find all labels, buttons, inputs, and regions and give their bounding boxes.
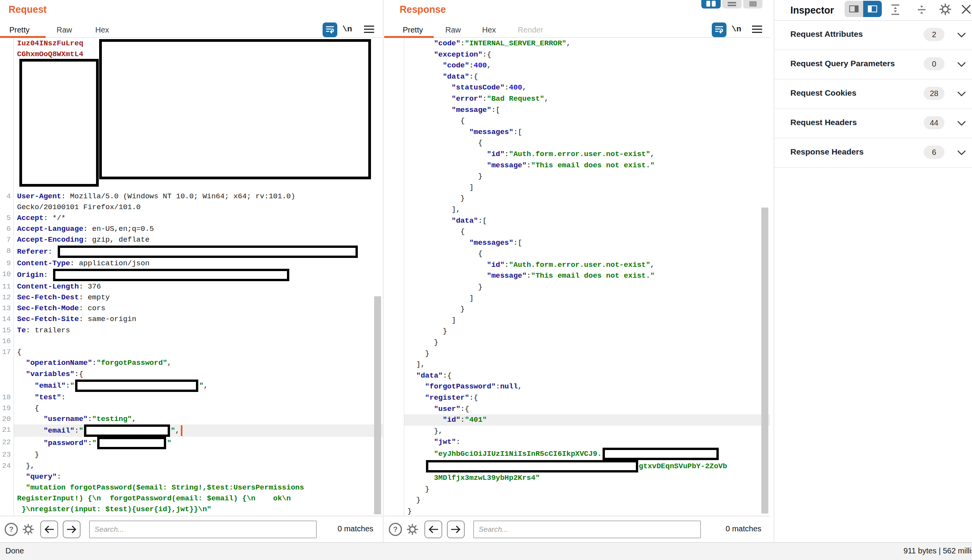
code-line: } xyxy=(384,337,770,348)
editor-menu-button[interactable] xyxy=(364,26,374,33)
line-number: 18 xyxy=(0,392,14,403)
search-settings-button[interactable] xyxy=(22,523,35,536)
line-number xyxy=(0,482,14,493)
code-line: 5Accept: */* xyxy=(0,213,383,223)
word-wrap-toggle-button[interactable] xyxy=(712,22,726,37)
single-pane-icon xyxy=(743,0,762,9)
redaction-box xyxy=(99,39,371,179)
dock-left-button[interactable] xyxy=(845,1,863,17)
help-button[interactable]: ? xyxy=(5,523,18,536)
redaction-box xyxy=(97,437,166,449)
status-bar: Done 911 bytes | 562 millis xyxy=(0,542,972,560)
code-line: } xyxy=(384,484,770,495)
line-number xyxy=(384,414,404,426)
collapse-all-icon xyxy=(916,4,927,15)
line-number xyxy=(0,49,14,60)
previous-match-button[interactable] xyxy=(424,520,442,538)
redaction-box xyxy=(58,246,358,258)
help-button[interactable]: ? xyxy=(389,523,402,536)
chevron-down-icon[interactable] xyxy=(957,150,966,157)
search-input[interactable] xyxy=(89,520,317,538)
newline-toggle-button[interactable]: \n xyxy=(732,25,741,34)
line-number xyxy=(384,506,404,516)
line-number xyxy=(0,169,14,180)
columns-view-button[interactable] xyxy=(701,0,721,9)
collapse-all-button[interactable] xyxy=(916,4,927,17)
single-view-button[interactable] xyxy=(743,0,762,9)
arrow-left-icon xyxy=(428,525,438,534)
line-number: 4 xyxy=(0,191,14,202)
inspector-section-response-headers[interactable]: Response Headers 6 xyxy=(774,138,972,168)
tab-raw[interactable]: Raw xyxy=(57,26,72,34)
chevron-down-icon[interactable] xyxy=(957,62,966,69)
request-editor[interactable]: Iuz04INszFuLreqCGhxmOoQ8WXmtL44User-Agen… xyxy=(0,38,383,516)
code-line: ] xyxy=(384,182,770,193)
line-number xyxy=(384,171,404,182)
code-line: "variables":{ xyxy=(0,369,383,380)
code-line: "message":"This email does not exist." xyxy=(384,270,770,282)
line-number: 21 xyxy=(0,424,14,437)
code-line: "messages":[ xyxy=(384,127,770,138)
line-number xyxy=(384,359,404,370)
rows-view-button[interactable] xyxy=(722,0,742,9)
line-number: 9 xyxy=(0,258,14,269)
next-match-button[interactable] xyxy=(447,520,465,538)
panel-divider[interactable] xyxy=(383,0,383,542)
line-number xyxy=(0,60,14,70)
tab-pretty[interactable]: Pretty xyxy=(9,26,29,34)
search-settings-button[interactable] xyxy=(406,523,419,536)
next-match-button[interactable] xyxy=(63,520,81,538)
editor-menu-button[interactable] xyxy=(752,26,762,33)
code-line: "query": xyxy=(0,471,383,482)
code-line: 10Origin: xyxy=(0,269,383,281)
inspector-section-request-headers[interactable]: Request Headers 44 xyxy=(774,108,972,138)
newline-toggle-button[interactable]: \n xyxy=(342,25,352,34)
tabs-divider xyxy=(384,37,770,38)
response-editor[interactable]: "code":"INTERNAL_SERVER_ERROR", "excepti… xyxy=(384,38,770,516)
response-scrollbar-thumb[interactable] xyxy=(761,208,768,514)
arrow-left-icon xyxy=(44,525,54,534)
line-number xyxy=(384,248,404,259)
line-number xyxy=(0,504,14,515)
inspector-settings-button[interactable] xyxy=(938,2,952,18)
code-line: 15Te: trailers xyxy=(0,325,383,336)
expand-all-button[interactable] xyxy=(890,4,901,17)
tab-hex[interactable]: Hex xyxy=(95,26,109,34)
search-input[interactable] xyxy=(473,520,701,538)
chevron-down-icon[interactable] xyxy=(957,33,966,40)
tab-pretty[interactable]: Pretty xyxy=(403,26,423,34)
code-line: } xyxy=(384,193,770,204)
dock-right-button[interactable] xyxy=(863,1,882,17)
line-number xyxy=(384,160,404,171)
chevron-down-icon[interactable] xyxy=(957,121,966,128)
line-number xyxy=(384,472,404,484)
inspector-dock-toggle xyxy=(845,1,882,17)
code-line: "statusCode":400, xyxy=(384,82,770,93)
expand-all-icon xyxy=(890,4,901,15)
code-line: 21 "email":"", xyxy=(0,424,383,437)
inspector-section-request-attributes[interactable]: Request Attributes 2 xyxy=(774,20,972,50)
chevron-down-icon[interactable] xyxy=(957,91,966,98)
inspector-section-request-cookies[interactable]: Request Cookies 28 xyxy=(774,79,972,109)
line-number xyxy=(0,136,14,147)
code-line: }, xyxy=(384,426,770,437)
line-number xyxy=(384,149,404,160)
line-number: 6 xyxy=(0,223,14,234)
tab-render[interactable]: Render xyxy=(518,26,543,34)
code-line: 14Sec-Fetch-Site: same-origin xyxy=(0,314,383,325)
previous-match-button[interactable] xyxy=(40,520,58,538)
inspector-section-request-query-parameters[interactable]: Request Query Parameters 0 xyxy=(774,50,972,79)
inspector-close-button[interactable] xyxy=(961,4,972,16)
word-wrap-toggle-button[interactable] xyxy=(323,22,337,37)
line-number xyxy=(384,426,404,437)
line-number xyxy=(384,326,404,337)
tab-raw[interactable]: Raw xyxy=(445,26,461,34)
tab-hex[interactable]: Hex xyxy=(482,26,496,34)
line-number xyxy=(384,392,404,404)
response-panel-title: Response xyxy=(400,4,446,15)
request-scrollbar-thumb[interactable] xyxy=(374,296,381,514)
code-line: 22 "password":"" xyxy=(0,437,383,449)
count-badge: 0 xyxy=(924,57,945,70)
line-number: 14 xyxy=(0,314,14,325)
code-line: }\nregister(input: $test){user{id},jwt}}… xyxy=(0,504,383,515)
